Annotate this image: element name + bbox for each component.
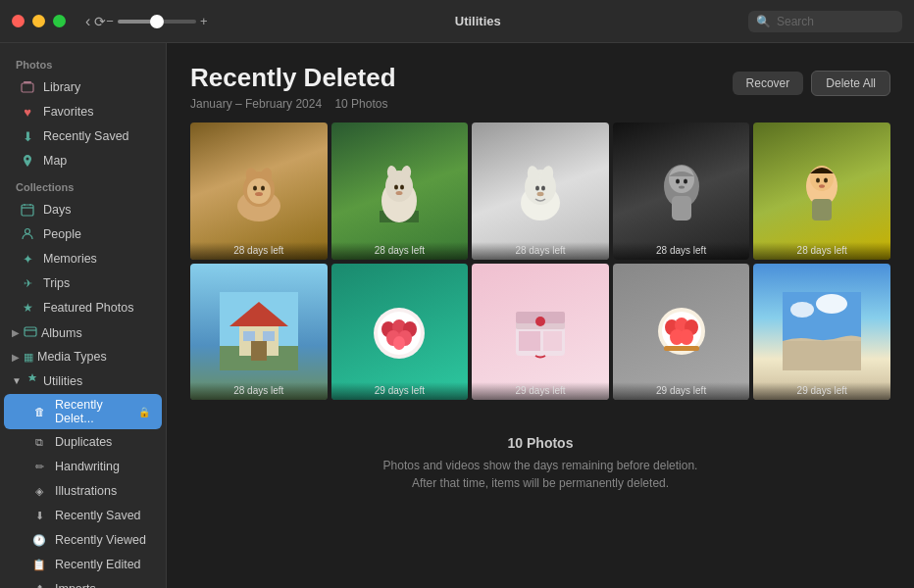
svg-point-71 [680,329,693,345]
days-label: Days [43,203,150,217]
recently-viewed-icon: 🕐 [31,532,47,548]
sidebar-item-recently-saved[interactable]: ⬇ Recently Saved [4,124,162,148]
sidebar-item-trips[interactable]: ✈ Trips [4,271,162,295]
sidebar-item-media-types[interactable]: ▶ ▦ Media Types [4,346,162,368]
photos-section-header: Photos [0,51,166,74]
albums-icon [24,324,37,341]
svg-point-33 [669,166,694,193]
featured-photos-label: Featured Photos [43,301,150,315]
footer-count: 10 Photos [190,435,890,451]
svg-point-29 [535,185,539,190]
svg-rect-43 [812,199,832,220]
svg-point-74 [790,302,814,318]
sidebar-item-favorites[interactable]: ♥ Favorites [4,100,162,123]
page-title: Recently Deleted [190,63,396,93]
sidebar-item-days[interactable]: Days [4,198,162,221]
photo-label-3: 28 days left [472,242,609,260]
photo-cell-4[interactable]: 28 days left [613,122,750,260]
svg-point-58 [393,336,405,350]
featured-photos-icon: ★ [20,300,35,316]
footer-info: 10 Photos Photos and videos show the day… [167,419,914,515]
sidebar-item-library[interactable]: Library [4,75,162,99]
sidebar-item-recently-viewed[interactable]: 🕐 Recently Viewed [4,528,162,552]
sidebar-item-illustrations[interactable]: ◈ Illustrations [4,479,162,503]
back-button[interactable]: ‹ [81,9,94,34]
sidebar-item-recently-edited[interactable]: 📋 Recently Edited [4,553,162,576]
footer-desc-line2: After that time, items will be permanent… [412,476,669,490]
svg-rect-0 [22,83,33,92]
app-body: Photos Library ♥ Favorites ⬇ Recently Sa… [0,43,914,588]
svg-point-42 [819,184,825,188]
search-icon: 🔍 [756,15,771,28]
people-label: People [43,227,150,241]
photo-cell-2[interactable]: 28 days left [331,122,469,260]
photo-grid: 28 days left 28 days left [167,122,914,419]
svg-point-23 [400,184,404,189]
recently-deleted-label: Recently Delet... [55,398,130,425]
photo-label-6: 28 days left [190,382,328,400]
content-title-section: Recently Deleted January – February 2024… [190,63,396,111]
recently-viewed-label: Recently Viewed [55,533,150,547]
sidebar-item-imports[interactable]: ⬆ Imports [4,577,162,588]
date-range-subtitle: January – February 2024 10 Photos [190,97,396,111]
sidebar-item-featured-photos[interactable]: ★ Featured Photos [4,296,162,319]
recently-saved-label: Recently Saved [43,129,150,143]
sidebar-item-recently-deleted[interactable]: 🗑 Recently Delet... 🔒 [4,394,162,429]
imports-label: Imports [55,582,150,588]
svg-point-2 [26,158,29,161]
sidebar-item-utilities[interactable]: ▼ Utilities [4,368,162,393]
svg-rect-49 [243,331,255,341]
photo-image-3 [472,122,609,260]
photo-cell-1[interactable]: 28 days left [190,122,328,260]
recover-button[interactable]: Recover [733,72,804,95]
maximize-button[interactable] [53,15,66,27]
collections-section-header: Collections [0,173,166,197]
photo-label-5: 28 days left [753,242,890,260]
map-icon [20,153,35,169]
photo-cell-7[interactable]: 29 days left [331,264,469,401]
photo-label-7: 29 days left [331,382,469,400]
footer-desc-line1: Photos and videos show the days remainin… [383,459,698,472]
photo-cell-8[interactable]: 29 days left [472,264,609,401]
minimize-button[interactable] [32,15,45,27]
svg-point-22 [394,184,398,189]
svg-rect-62 [519,331,540,351]
sidebar-item-people[interactable]: People [4,222,162,246]
size-slider[interactable] [118,20,196,24]
close-button[interactable] [12,15,25,27]
sidebar-item-duplicates[interactable]: ⧉ Duplicates [4,430,162,454]
photo-cell-6[interactable]: 28 days left [190,264,328,401]
svg-point-36 [679,185,685,188]
photo-label-9: 29 days left [613,382,750,400]
badge-lock: 🔒 [138,407,150,417]
svg-point-7 [25,229,30,234]
sidebar-item-map[interactable]: Map [4,149,162,172]
svg-point-24 [396,191,403,195]
utilities-expand-icon: ▼ [12,375,22,386]
svg-point-13 [247,178,271,204]
photo-cell-10[interactable]: 29 days left [753,264,890,401]
sidebar-item-memories[interactable]: ✦ Memories [4,247,162,270]
duplicates-label: Duplicates [55,435,150,449]
sidebar-item-albums[interactable]: ▶ Albums [4,320,162,345]
sidebar-item-recently-saved-util[interactable]: ⬇ Recently Saved [4,504,162,527]
photo-cell-9[interactable]: 29 days left [613,264,750,401]
recently-edited-label: Recently Edited [55,558,150,571]
search-input[interactable] [777,15,894,28]
window-controls [12,15,66,27]
svg-point-31 [536,192,543,196]
recently-deleted-icon: 🗑 [31,404,47,419]
illustrations-label: Illustrations [55,484,150,498]
map-label: Map [43,154,150,168]
photo-cell-5[interactable]: 28 days left [753,122,890,260]
trips-icon: ✈ [20,275,35,291]
recently-saved-util-icon: ⬇ [31,508,47,523]
svg-point-16 [255,192,263,196]
media-types-label: Media Types [37,350,107,364]
size-minus-label: − [106,14,114,28]
delete-all-button[interactable]: Delete All [811,71,890,96]
photo-cell-3[interactable]: 28 days left [472,122,609,260]
svg-rect-76 [783,341,861,370]
sidebar-item-handwriting[interactable]: ✏ Handwriting [4,455,162,478]
photo-label-10: 29 days left [753,382,890,400]
